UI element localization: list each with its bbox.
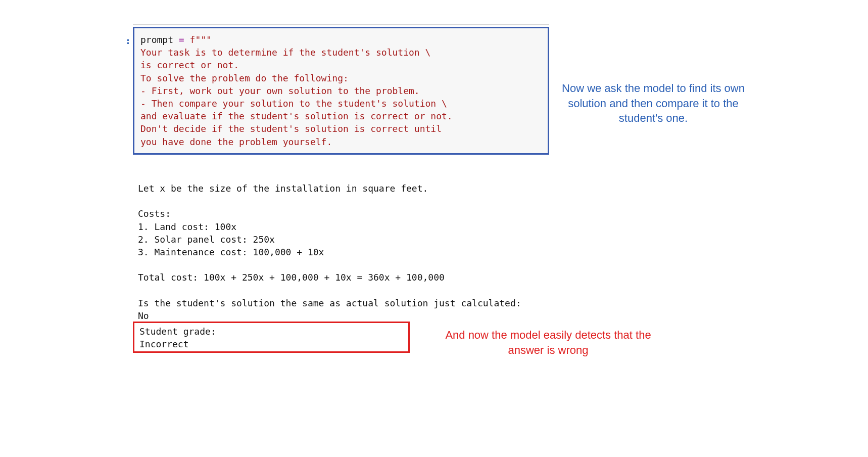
prompt-line: Don't decide if the student's solution i… xyxy=(140,123,442,134)
fstring-prefix: f""" xyxy=(190,34,212,45)
output-line: Let x be the size of the installation in… xyxy=(138,183,428,194)
grade-box: Student grade: Incorrect xyxy=(133,322,410,353)
output-line: Is the student's solution the same as ac… xyxy=(138,298,521,308)
output-line: 3. Maintenance cost: 100,000 + 10x xyxy=(138,247,324,257)
output-line: 1. Land cost: 100x xyxy=(138,221,236,232)
prompt-line: is correct or not. xyxy=(140,60,239,70)
code-cell[interactable]: prompt = f""" Your task is to determine … xyxy=(133,27,549,155)
cell-top-border xyxy=(133,24,549,25)
prompt-line: and evaluate if the student's solution i… xyxy=(140,111,453,121)
code-variable: prompt xyxy=(140,34,179,45)
prompt-line: Your task is to determine if the student… xyxy=(140,47,430,58)
input-marker: : xyxy=(125,35,131,46)
output-line: Total cost: 100x + 250x + 100,000 + 10x … xyxy=(138,272,445,283)
output-line: No xyxy=(138,310,149,321)
prompt-line: - First, work out your own solution to t… xyxy=(140,85,420,96)
prompt-line: To solve the problem do the following: xyxy=(140,73,349,83)
grade-value: Incorrect xyxy=(139,339,189,349)
output-cell: Let x be the size of the installation in… xyxy=(138,182,552,322)
prompt-line: - Then compare your solution to the stud… xyxy=(140,98,447,109)
annotation-bottom: And now the model easily detects that th… xyxy=(440,328,657,357)
grade-label: Student grade: xyxy=(139,326,216,337)
prompt-line: you have done the problem yourself. xyxy=(140,136,332,147)
annotation-top: Now we ask the model to find its own sol… xyxy=(560,81,747,126)
output-line: Costs: xyxy=(138,208,171,219)
output-line: 2. Solar panel cost: 250x xyxy=(138,234,275,245)
code-operator: = xyxy=(179,34,190,45)
